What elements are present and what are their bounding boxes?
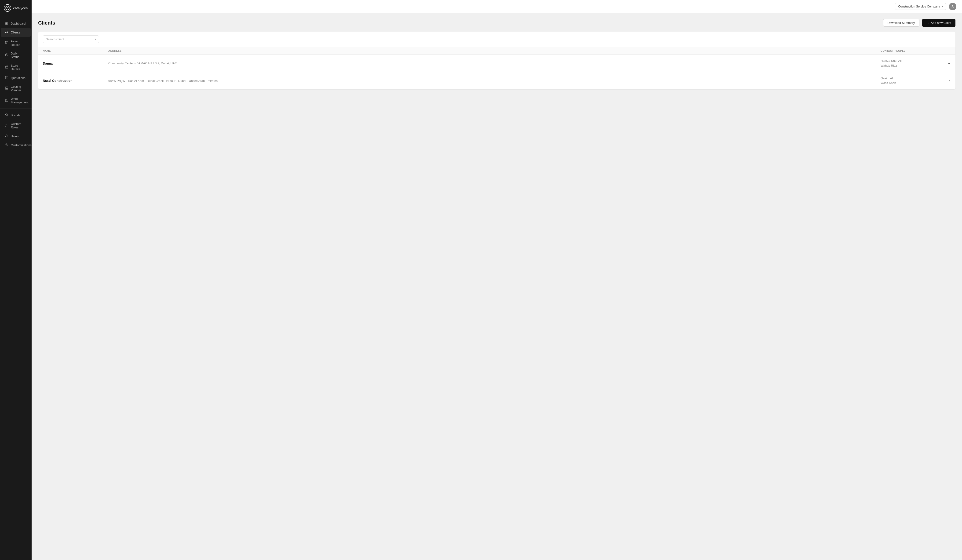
search-client-select[interactable]: Search Client ▾ xyxy=(43,36,99,43)
table-row[interactable]: Damac Community Center - DAMAC HILLS 2, … xyxy=(38,55,956,72)
dashboard-icon: ⊞ xyxy=(5,21,8,25)
svg-point-26 xyxy=(6,144,7,145)
sidebar-item-costing-planner[interactable]: Costing Planner xyxy=(1,82,31,94)
sidebar-item-daily-status[interactable]: Daily Status xyxy=(1,49,31,61)
custom-roles-icon xyxy=(5,124,8,127)
header-address: ADDRESS xyxy=(108,49,881,52)
sidebar-item-asset-details[interactable]: Asset Details xyxy=(1,37,31,49)
company-name: Construction Service Company xyxy=(898,5,940,8)
header-actions: Download Summary ⊕ Add new Client xyxy=(883,19,956,27)
sidebar-item-label: Clients xyxy=(11,31,20,34)
sidebar-item-label: Custom Roles xyxy=(11,122,27,129)
sidebar-item-label: Brands xyxy=(11,113,20,117)
sidebar-item-dashboard[interactable]: ⊞ Dashboard xyxy=(1,19,31,27)
customizations-icon xyxy=(5,143,8,147)
logo-icon xyxy=(4,4,11,12)
sidebar-item-label: Dashboard xyxy=(11,22,26,25)
search-bar: Search Client ▾ xyxy=(38,32,956,47)
svg-line-8 xyxy=(6,55,7,55)
contact-person: Wahab Riaz xyxy=(881,63,941,68)
contact-person: Hamza Sher Ali xyxy=(881,58,941,63)
logo: catalyces xyxy=(0,0,32,16)
quotations-icon xyxy=(5,76,8,80)
add-new-client-button[interactable]: ⊕ Add new Client xyxy=(922,19,956,27)
client-name: Nural Construction xyxy=(43,79,108,82)
contact-person: Wasif Khan xyxy=(881,81,941,86)
sidebar-divider xyxy=(0,108,32,109)
svg-point-23 xyxy=(6,124,7,125)
download-summary-button[interactable]: Download Summary xyxy=(883,19,919,27)
sidebar-item-label: Store Details xyxy=(11,64,27,71)
topbar: Construction Service Company ▾ A xyxy=(32,0,962,13)
brands-icon xyxy=(5,113,8,117)
svg-point-25 xyxy=(6,135,7,136)
sidebar-item-store-details[interactable]: Store Details xyxy=(1,61,31,73)
sidebar-item-label: Daily Status xyxy=(11,52,27,59)
clients-card: Search Client ▾ NAME ADDRESS CONTACT PEO… xyxy=(38,32,956,89)
svg-rect-13 xyxy=(5,87,8,89)
svg-point-0 xyxy=(6,6,10,10)
sidebar-item-label: Costing Planner xyxy=(11,85,27,92)
search-chevron-icon: ▾ xyxy=(95,38,96,40)
sidebar-item-users[interactable]: Users xyxy=(1,132,31,140)
header-name: NAME xyxy=(43,49,108,52)
page-title: Clients xyxy=(38,20,55,26)
users-icon xyxy=(5,134,8,138)
row-arrow-icon: → xyxy=(941,79,951,83)
svg-rect-9 xyxy=(5,66,8,68)
table-header: NAME ADDRESS CONTACT PEOPLE xyxy=(38,47,956,55)
sidebar-item-label: Quotations xyxy=(11,76,26,80)
daily-status-icon xyxy=(5,53,8,57)
avatar: A xyxy=(949,3,956,10)
sidebar-item-work-management[interactable]: Work Management xyxy=(1,95,31,107)
sidebar-item-label: Asset Details xyxy=(11,40,27,47)
sidebar-nav: ⊞ Dashboard Clients Asset Detail xyxy=(0,16,32,560)
search-client-placeholder: Search Client xyxy=(46,37,64,41)
header-contact-people: CONTACT PEOPLE xyxy=(881,49,941,52)
costing-planner-icon xyxy=(5,87,8,90)
sidebar-item-brands[interactable]: Brands xyxy=(1,111,31,119)
client-address: 685W+VQW - Ras Al Khor - Dubai Creek Har… xyxy=(108,79,881,82)
sidebar-item-clients[interactable]: Clients xyxy=(1,28,31,37)
client-address: Community Center - DAMAC HILLS 2, Dubai,… xyxy=(108,61,881,65)
add-new-client-label: Add new Client xyxy=(931,21,951,24)
work-management-icon xyxy=(5,99,8,102)
sidebar-item-label: Users xyxy=(11,134,19,138)
store-details-icon xyxy=(5,66,8,69)
sidebar-item-custom-roles[interactable]: Custom Roles xyxy=(1,120,31,131)
row-arrow-icon: → xyxy=(941,61,951,66)
contact-people: Hamza Sher Ali Wahab Riaz xyxy=(881,58,941,68)
logo-text: catalyces xyxy=(13,6,28,10)
page-header: Clients Download Summary ⊕ Add new Clien… xyxy=(38,19,956,27)
clients-icon xyxy=(5,31,8,34)
header-arrow xyxy=(941,49,951,52)
plus-icon: ⊕ xyxy=(926,21,930,25)
contact-people: Qasim Ali Wasif Khan xyxy=(881,76,941,86)
sidebar-item-label: Customizations xyxy=(11,144,32,147)
sidebar-item-customizations[interactable]: Customizations xyxy=(1,141,31,149)
svg-rect-10 xyxy=(5,76,8,79)
contact-person: Qasim Ali xyxy=(881,76,941,81)
sidebar: catalyces ⊞ Dashboard Clients xyxy=(0,0,32,560)
asset-details-icon xyxy=(5,41,8,45)
client-name: Damac xyxy=(43,61,108,65)
svg-point-24 xyxy=(7,125,8,126)
company-selector[interactable]: Construction Service Company ▾ xyxy=(895,3,946,10)
sidebar-item-quotations[interactable]: Quotations xyxy=(1,74,31,82)
chevron-down-icon: ▾ xyxy=(942,5,943,8)
table-row[interactable]: Nural Construction 685W+VQW - Ras Al Kho… xyxy=(38,72,956,90)
content-area: Clients Download Summary ⊕ Add new Clien… xyxy=(32,13,962,560)
main-content: Construction Service Company ▾ A Clients… xyxy=(32,0,962,560)
sidebar-item-label: Work Management xyxy=(11,97,29,104)
svg-marker-22 xyxy=(5,113,8,116)
